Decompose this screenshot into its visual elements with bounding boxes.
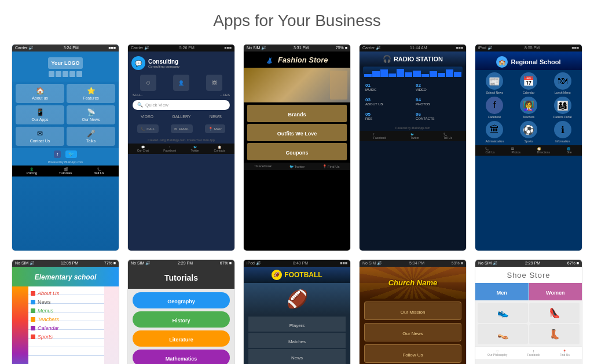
app6-calendar-row[interactable]: Calendar xyxy=(31,324,102,333)
app5-sports[interactable]: ⚽ Sports xyxy=(513,121,545,143)
app6-menus-row[interactable]: Menus xyxy=(31,307,102,315)
app4-rss[interactable]: 05 RSS xyxy=(363,109,412,123)
app10-footer-findus[interactable]: 📍Find Us xyxy=(560,350,570,356)
app-card-church[interactable]: No SIM 🔊 5:04 PM 59% ■ Church Name Our M… xyxy=(359,259,467,364)
app1-features-btn[interactable]: ⭐ Features xyxy=(67,84,115,103)
app5-lunch-menu[interactable]: 🍽 Lunch Menu xyxy=(547,72,578,94)
app8-news-btn[interactable]: News xyxy=(248,349,346,364)
app3-brands-label: Brands xyxy=(288,112,306,117)
app9-followus-btn[interactable]: Follow Us xyxy=(364,344,461,363)
app-card-regional-school[interactable]: iPod 🔊 8:55 PM ■■■ 🏫 Regional School 📰 S… xyxy=(475,44,582,251)
app1-facebook[interactable]: f xyxy=(54,150,61,158)
app7-history-btn[interactable]: History xyxy=(133,311,230,328)
app2-carrier: Carrier 🔊 xyxy=(131,46,149,50)
app4-photos[interactable]: 04 PHOTOS xyxy=(413,95,463,108)
app-card-elementary[interactable]: No SIM 🔊 12:05 PM 77% ■ Elementary schoo… xyxy=(12,259,119,364)
app1-carrier: Carrier 🔊 xyxy=(15,46,34,50)
app1-footer-pricing[interactable]: 💲Pricing xyxy=(27,167,37,175)
app2-footer-contacts[interactable]: 📋Contacts xyxy=(214,145,226,152)
app1-news-btn[interactable]: 📡 Our News xyxy=(67,105,115,124)
app5-footer-photos[interactable]: 🖼Photos xyxy=(511,147,520,154)
app4-battery: ■■■ xyxy=(456,46,463,50)
app4-aboutus[interactable]: 03 ABOUT US xyxy=(363,95,412,108)
app5-battery: ■■■ xyxy=(571,46,579,50)
app10-men-btn[interactable]: Men xyxy=(475,283,529,300)
app2-logo-icon: 💬 xyxy=(131,56,145,70)
app-card-football[interactable]: iPod 🔊 8:40 PM ■■■ 🏈 FOOTBALL 🏈 Players … xyxy=(243,259,351,364)
app2-map-label: MAP xyxy=(214,127,222,131)
app5-administration[interactable]: 🏛 Administration xyxy=(479,121,511,143)
app2-footer-fb[interactable]: fFacebook xyxy=(163,145,176,152)
app1-about-btn[interactable]: 🏠 About us xyxy=(16,84,64,103)
app1-footer-tellus[interactable]: 📞Tell Us xyxy=(94,167,104,175)
app5-facebook[interactable]: f Facebook xyxy=(479,97,511,119)
app5-teachers[interactable]: 👩‍🏫 Teachers xyxy=(513,97,545,119)
app6-news-row[interactable]: News xyxy=(31,298,102,307)
app8-players-btn[interactable]: Players xyxy=(248,317,346,332)
app1-footer-tutorials[interactable]: 🎬Tutorials xyxy=(59,167,72,175)
app3-outfits-btn[interactable]: Outfits We Love xyxy=(247,124,347,141)
app4-video[interactable]: 02 VIDEO xyxy=(413,80,463,94)
app2-email-btn[interactable]: ✉ EMAIL xyxy=(171,124,193,133)
app10-shoe-1[interactable]: 👟 xyxy=(478,303,528,323)
app-card-shoestore[interactable]: No SIM 🔊 2:29 PM 67% ■ Shoe Store Men Wo… xyxy=(475,259,582,364)
app3-status-bar: No SIM 🔊 3:31 PM 75% ■ xyxy=(244,45,350,52)
app2-nav-item2[interactable]: 👤 xyxy=(173,75,189,91)
app1-talks-btn[interactable]: 🎤 Talks xyxy=(67,127,115,146)
app6-sports-row[interactable]: Sports xyxy=(31,333,102,341)
app2-footer-chat[interactable]: 💬Our Chat xyxy=(137,145,149,152)
app4-contacts[interactable]: 06 CONTACTS xyxy=(413,109,463,123)
app8-matches-btn[interactable]: Matches xyxy=(248,333,346,348)
app2-tab-news[interactable]: NEWS xyxy=(210,115,222,119)
app9-news-btn[interactable]: Our News xyxy=(364,323,461,341)
app5-school-news[interactable]: 📰 School News xyxy=(479,72,511,94)
app6-teachers-row[interactable]: Teachers xyxy=(31,315,102,324)
app6-aboutus-row[interactable]: About Us xyxy=(31,289,102,298)
app3-footer-fb[interactable]: f Facebook xyxy=(254,164,272,168)
app1-twitter[interactable]: 🐦 xyxy=(65,150,77,158)
app7-geography-btn[interactable]: Geography xyxy=(133,292,230,308)
app3-brands-btn[interactable]: Brands xyxy=(247,105,347,122)
app9-mission-btn[interactable]: Our Mission xyxy=(364,302,461,320)
app-card-consulting[interactable]: Carrier 🔊 5:26 PM ■■■ 💬 Consulting Consu… xyxy=(127,44,235,251)
app7-literature-btn[interactable]: Literature xyxy=(133,330,230,347)
app-card-your-logo[interactable]: Carrier 🔊 3:24 PM ■■■ Your LOGO 🏠 xyxy=(12,44,119,251)
app10-footer-philosophy[interactable]: ♡Our Philosophy xyxy=(487,350,507,356)
app3-coupons-btn[interactable]: Coupons xyxy=(247,143,347,160)
app6-content: About Us News Menus Teachers xyxy=(12,286,119,364)
app-card-radio[interactable]: Carrier 🔊 11:44 AM ■■■ 🎧 RADIO STATION xyxy=(359,44,467,251)
app5-parents-portal[interactable]: 👨‍👩‍👧 Parents Portal xyxy=(547,97,578,119)
app10-women-btn[interactable]: Women xyxy=(529,283,582,300)
app2-nav-item3[interactable]: 🖼 xyxy=(206,75,222,91)
app5-calendar[interactable]: 📅 Calendar xyxy=(513,72,545,94)
app-card-tutorials[interactable]: No SIM 🔊 2:29 PM 67% ■ Tutorials Geograp… xyxy=(127,259,235,364)
app-card-fashion[interactable]: No SIM 🔊 3:31 PM 75% ■ 👗 Fashion Store B… xyxy=(243,44,351,251)
app10-shoe-2[interactable]: 👠 xyxy=(529,303,580,323)
app5-information[interactable]: ℹ Information xyxy=(547,121,578,143)
app4-footer-tellus[interactable]: 📞Tell Us xyxy=(443,133,452,139)
app10-footer-fb[interactable]: fFacebook xyxy=(527,350,540,356)
app3-footer-findus[interactable]: 📍 Find Us xyxy=(322,164,339,168)
app4-music[interactable]: 01 MUSIC xyxy=(363,80,412,94)
app2-nav-item1[interactable]: ⏱ xyxy=(140,75,156,91)
app1-contact-btn[interactable]: ✉ Contact Us xyxy=(16,127,64,146)
app1-ourapps-btn[interactable]: 📱 Our Apps xyxy=(16,105,64,124)
app2-map-btn[interactable]: 📍 MAP xyxy=(205,124,225,133)
app10-shoe-3[interactable]: 👡 xyxy=(478,324,528,344)
app3-footer-tw[interactable]: 🐦 Twitter xyxy=(289,164,305,168)
app5-footer-site[interactable]: 🌐Site xyxy=(567,147,572,154)
app5-footer-directions[interactable]: 🧭Directions xyxy=(537,147,550,154)
app5-footer-callus[interactable]: 📞Call Us xyxy=(485,147,494,154)
app10-shoe-4[interactable]: 👢 xyxy=(529,324,580,344)
app6-sim: No SIM 🔊 xyxy=(15,261,35,266)
app2-tab-video[interactable]: VIDEO xyxy=(141,115,153,119)
app2-search-bar[interactable]: 🔍 Quick View xyxy=(133,100,230,110)
app2-footer-tw[interactable]: 🐦Twitter xyxy=(191,145,200,152)
app8-players-label: Players xyxy=(289,323,305,328)
app4-footer-tw[interactable]: 🐦Twitter xyxy=(410,133,419,139)
app10-shoes-grid: 👟 👠 👡 👢 xyxy=(475,300,582,347)
app7-mathematics-btn[interactable]: Mathematics xyxy=(133,350,230,364)
app4-footer-fb[interactable]: fFacebook xyxy=(373,133,386,139)
app2-tab-gallery[interactable]: GALLERY xyxy=(172,115,190,119)
app2-call-btn[interactable]: 📞 CALL xyxy=(137,124,159,133)
